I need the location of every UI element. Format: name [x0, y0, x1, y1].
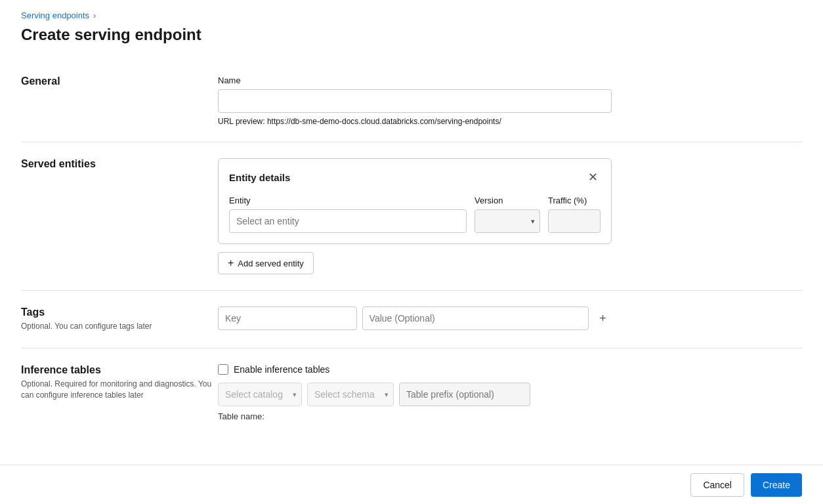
enable-inference-row: Enable inference tables	[218, 364, 612, 375]
add-entity-label: Add served entity	[238, 259, 303, 268]
breadcrumb-separator: ›	[93, 10, 96, 20]
tag-key-input[interactable]	[218, 306, 357, 330]
entity-card-title: Entity details	[229, 172, 290, 183]
table-prefix-input[interactable]	[399, 383, 530, 406]
enable-inference-label: Enable inference tables	[234, 364, 329, 375]
enable-inference-checkbox[interactable]	[218, 364, 228, 375]
tags-section-note: Optional. You can configure tags later	[21, 321, 218, 332]
tags-section: Tags Optional. You can configure tags la…	[21, 291, 802, 348]
served-entities-section: Served entities Entity details ✕ Entity	[21, 142, 802, 291]
general-section: General Name URL preview: https://db-sme…	[21, 60, 802, 142]
schema-select[interactable]: Select schema	[307, 383, 394, 406]
create-button[interactable]: Create	[751, 473, 802, 497]
catalog-select[interactable]: Select catalog	[218, 383, 302, 406]
table-name-label: Table name:	[218, 411, 264, 421]
add-tag-button[interactable]: +	[594, 309, 612, 327]
version-label: Version	[475, 196, 540, 205]
entity-label: Entity	[229, 196, 467, 205]
entity-select-input[interactable]	[229, 209, 467, 233]
page-title: Create serving endpoint	[21, 26, 802, 44]
close-entity-card-button[interactable]: ✕	[585, 169, 601, 185]
traffic-label: Traffic (%)	[548, 196, 601, 205]
tags-row: +	[218, 306, 612, 330]
tags-section-title: Tags	[21, 306, 218, 318]
breadcrumb-link[interactable]: Serving endpoints	[21, 10, 89, 20]
inference-tables-section: Inference tables Optional. Required for …	[21, 348, 802, 437]
name-label: Name	[218, 75, 612, 85]
cancel-button[interactable]: Cancel	[690, 473, 744, 497]
plus-icon: +	[228, 257, 234, 269]
name-input[interactable]	[218, 89, 612, 113]
served-entities-title: Served entities	[21, 158, 218, 170]
table-name-row: Table name:	[218, 411, 612, 421]
add-served-entity-button[interactable]: + Add served entity	[218, 252, 314, 274]
inference-tables-title: Inference tables	[21, 364, 218, 376]
add-tag-icon: +	[599, 312, 606, 326]
page-footer: Cancel Create	[0, 465, 823, 504]
tag-value-input[interactable]	[362, 306, 589, 330]
breadcrumb: Serving endpoints ›	[21, 10, 802, 20]
traffic-input[interactable]: 100	[548, 209, 601, 233]
general-section-title: General	[21, 75, 218, 87]
inference-fields: Select catalog Select schema	[218, 383, 612, 406]
inference-tables-note: Optional. Required for monitoring and di…	[21, 379, 218, 401]
entity-details-card: Entity details ✕ Entity Version	[218, 158, 612, 244]
version-select[interactable]	[475, 209, 540, 233]
url-preview: URL preview: https://db-sme-demo-docs.cl…	[218, 117, 612, 126]
